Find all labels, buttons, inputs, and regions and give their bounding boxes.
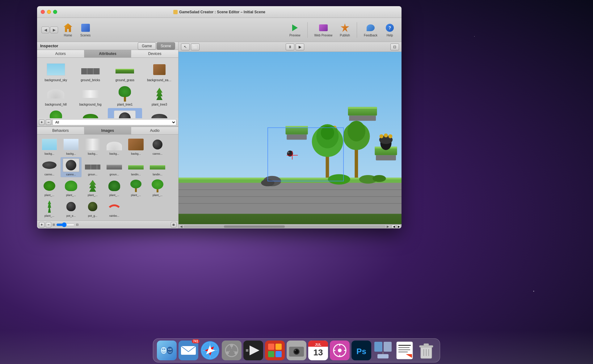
svg-text:13: 13: [313, 348, 323, 357]
home-button[interactable]: Home: [61, 22, 75, 38]
actor-thumb-background-earth: [149, 62, 170, 77]
play-button[interactable]: ▶: [296, 44, 304, 50]
image-rainbow[interactable]: rainbo...: [104, 199, 125, 219]
scroll-left2[interactable]: ◀: [392, 225, 396, 228]
dock-item-finalcut[interactable]: [243, 341, 263, 360]
image-plant1[interactable]: plant_...: [39, 178, 60, 198]
image-plant6[interactable]: plant_...: [147, 178, 168, 198]
minimize-button[interactable]: [47, 10, 51, 14]
maximize-button[interactable]: [53, 10, 57, 14]
actor-ground-grass[interactable]: ground_grass: [108, 59, 142, 84]
tab-behaviors[interactable]: Behaviors: [37, 127, 84, 134]
camera-tool[interactable]: ⬜: [191, 44, 200, 50]
forward-button[interactable]: ▶: [50, 27, 58, 33]
image-cannon-base-thumb[interactable]: canno...: [61, 157, 82, 177]
actor-thumb-plant-tree3: [149, 86, 170, 102]
dock-item-camera[interactable]: [287, 341, 306, 360]
dock-item-app1[interactable]: [265, 341, 285, 360]
nav-buttons: ◀ ▶: [41, 27, 58, 33]
image-backg3[interactable]: backg...: [82, 136, 103, 157]
tab-devices[interactable]: Devices: [131, 50, 178, 57]
image-backg2[interactable]: backg...: [61, 136, 82, 157]
svg-point-39: [372, 175, 386, 182]
scrollbar-thumb-h[interactable]: [224, 225, 285, 228]
image-backg5[interactable]: backg...: [125, 136, 146, 157]
actor-plant-tree1[interactable]: plant_tree1: [108, 84, 142, 108]
actor-cannon-base[interactable]: cannon_base: [108, 108, 142, 118]
zoom-fit-button[interactable]: ⊡: [390, 44, 399, 50]
tab-actors[interactable]: Actors: [37, 50, 84, 57]
back-button[interactable]: ◀: [41, 27, 49, 33]
add-actor-button[interactable]: +: [39, 119, 44, 125]
image-plant7[interactable]: plant_...: [39, 199, 60, 219]
actor-background-earth[interactable]: background_earth: [142, 59, 177, 84]
dock-item-directory[interactable]: [222, 341, 242, 360]
scene-toolbar: ↖ ⬜ ⏸ ▶ ⊡: [179, 42, 402, 52]
scene-canvas[interactable]: [179, 52, 402, 224]
toolbar-separator-1: [307, 22, 308, 38]
svg-rect-105: [398, 347, 410, 348]
dock-item-trash[interactable]: [416, 341, 436, 360]
scroll-right2[interactable]: ▶: [397, 225, 401, 228]
image-plant5[interactable]: plant_...: [125, 178, 146, 198]
add-image-button[interactable]: +: [39, 222, 44, 228]
remove-image-button[interactable]: −: [46, 222, 51, 228]
tab-scene[interactable]: Scene: [157, 42, 175, 50]
pointer-tool[interactable]: ↖: [181, 44, 190, 50]
help-button[interactable]: ? Help: [382, 22, 397, 38]
publish-button[interactable]: Publish: [337, 22, 352, 38]
feedback-button[interactable]: Feedback: [361, 22, 380, 38]
image-pot-e[interactable]: pot_e...: [61, 199, 82, 219]
actor-background-fog[interactable]: background_fog: [73, 84, 108, 108]
actor-plant-bush3[interactable]: plant_bush3: [73, 108, 108, 118]
dock-item-photoshop[interactable]: Ps: [351, 341, 371, 360]
image-ground1[interactable]: groun...: [82, 157, 103, 177]
tab-attributes[interactable]: Attributes: [84, 50, 132, 57]
pause-button[interactable]: ⏸: [286, 44, 294, 50]
zoom-slider[interactable]: [56, 223, 75, 227]
image-backg4[interactable]: backg...: [104, 136, 125, 157]
filter-select[interactable]: All: [53, 119, 176, 125]
web-preview-button[interactable]: Web Preview: [312, 22, 335, 38]
image-pot-g[interactable]: pot_g...: [82, 199, 103, 219]
image-cannon-barrel-thumb[interactable]: canno...: [39, 157, 60, 177]
close-button[interactable]: [41, 10, 45, 14]
tab-images[interactable]: Images: [84, 127, 132, 134]
scene-scrollbar-h[interactable]: ◀ ▶ ◀ ▶: [179, 224, 402, 228]
svg-point-66: [230, 344, 233, 347]
tab-game[interactable]: Game: [138, 42, 156, 50]
dock-item-itunes[interactable]: [330, 341, 350, 360]
dock-item-calendar[interactable]: JUL 13: [308, 341, 328, 360]
image-cannon-ball-thumb[interactable]: canno...: [147, 136, 168, 157]
scroll-left-btn[interactable]: ◀: [179, 224, 183, 229]
actor-plant-tree2[interactable]: plant_tree2: [39, 108, 73, 118]
preview-button[interactable]: Preview: [287, 22, 303, 38]
grid-button[interactable]: ⊞: [171, 222, 176, 228]
image-landing2[interactable]: landin...: [147, 157, 168, 177]
tab-audio[interactable]: Audio: [131, 127, 178, 134]
actor-background-sky[interactable]: background_sky: [39, 59, 73, 84]
dock-item-finder[interactable]: [157, 341, 177, 360]
actor-plant-tree3[interactable]: plant_tree3: [142, 84, 177, 108]
image-landing1[interactable]: landin...: [125, 157, 146, 177]
actor-cannon-barrel[interactable]: cannon_barrel: [142, 108, 177, 118]
window-title: GameSalad Creator : Scene Editor – Initi…: [173, 10, 265, 14]
svg-rect-79: [275, 351, 282, 357]
actor-ground-bricks[interactable]: ground_bricks: [73, 59, 108, 84]
dock-item-mail[interactable]: 741: [179, 341, 198, 360]
image-plant3[interactable]: plant_...: [82, 178, 103, 198]
svg-rect-76: [268, 344, 274, 350]
image-backg1[interactable]: backg...: [39, 136, 60, 157]
dock-item-safari[interactable]: [200, 341, 220, 360]
image-plant4[interactable]: plant_...: [104, 178, 125, 198]
remove-actor-button[interactable]: −: [46, 119, 51, 125]
dock-item-filemerge[interactable]: [373, 341, 393, 360]
svg-point-51: [162, 349, 163, 350]
dock-item-textedit[interactable]: [395, 341, 414, 360]
image-plant2[interactable]: plant_...: [61, 178, 82, 198]
scenes-button[interactable]: Scenes: [78, 22, 93, 38]
scroll-right-btn[interactable]: ▶: [386, 224, 390, 229]
actor-background-hill[interactable]: background_hill: [39, 84, 73, 108]
scroll-arrows: ◀ ▶: [392, 225, 401, 228]
image-ground2[interactable]: groun...: [104, 157, 125, 177]
